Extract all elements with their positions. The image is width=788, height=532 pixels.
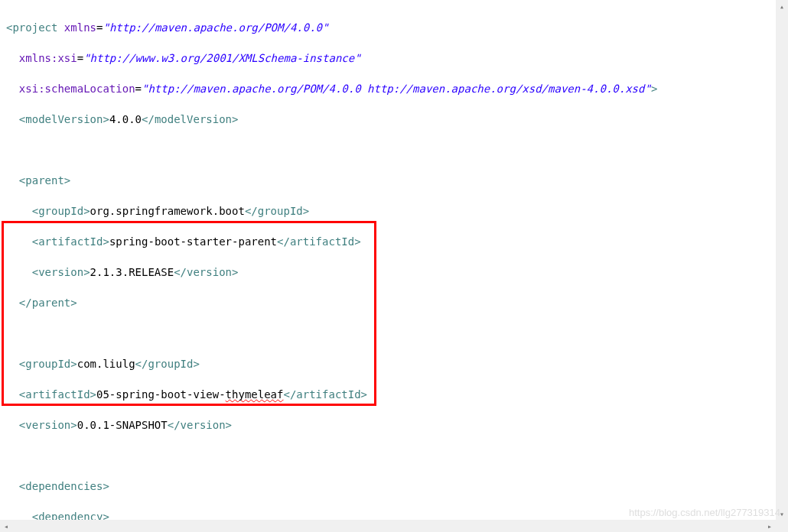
watermark-text: https://blog.csdn.net/llg277319314 bbox=[629, 507, 780, 518]
xml-text: 4.0.0 bbox=[109, 113, 142, 125]
xml-text: spring-boot-starter-parent bbox=[109, 235, 277, 248]
scroll-up-icon[interactable]: ▴ bbox=[776, 0, 788, 12]
horizontal-scrollbar[interactable]: ◂ ▸ bbox=[0, 520, 776, 532]
xml-tag: </parent> bbox=[19, 297, 77, 309]
xml-attr: xmlns:xsi bbox=[19, 52, 77, 64]
xml-attr-value: "http://maven.apache.org/POM/4.0.0" bbox=[103, 21, 328, 34]
xml-text: com.liulg bbox=[77, 358, 135, 370]
xml-tag: <version> bbox=[19, 419, 77, 431]
xml-tag: <groupId> bbox=[19, 358, 77, 370]
spellcheck-word: thymeleaf bbox=[226, 388, 284, 401]
xml-tag: <dependencies> bbox=[19, 480, 109, 492]
xml-attr: xsi:schemaLocation bbox=[19, 83, 135, 95]
scrollbar-corner bbox=[776, 520, 788, 532]
xml-attr-value: "http://maven.apache.org/POM/4.0.0 http:… bbox=[142, 83, 651, 95]
xml-tag: <groupId> bbox=[32, 205, 90, 217]
xml-text: 2.1.3.RELEASE bbox=[90, 266, 174, 278]
xml-tag: <artifactId> bbox=[32, 235, 109, 248]
xml-tag: <parent> bbox=[19, 174, 70, 187]
xml-text: 0.0.1-SNAPSHOT bbox=[77, 419, 168, 431]
xml-tag: <project bbox=[6, 21, 64, 34]
xml-text: 05-spring-boot-view- bbox=[96, 388, 226, 401]
scroll-right-icon[interactable]: ▸ bbox=[764, 520, 776, 532]
xml-content: <project xmlns="http://maven.apache.org/… bbox=[0, 0, 776, 520]
scroll-left-icon[interactable]: ◂ bbox=[0, 520, 12, 532]
xml-tag: <modelVersion> bbox=[19, 113, 109, 125]
xml-tag: <version> bbox=[32, 266, 90, 278]
code-editor[interactable]: <project xmlns="http://maven.apache.org/… bbox=[0, 0, 776, 520]
xml-tag: </modelVersion> bbox=[142, 113, 238, 125]
xml-attr-value: "http://www.w3.org/2001/XMLSchema-instan… bbox=[83, 52, 360, 64]
xml-attr: xmlns bbox=[64, 21, 96, 34]
vertical-scrollbar[interactable]: ▴ ▾ bbox=[776, 0, 788, 520]
xml-tag: <artifactId> bbox=[19, 388, 96, 401]
xml-text: org.springframework.boot bbox=[90, 205, 245, 217]
xml-tag: <dependency> bbox=[32, 511, 109, 520]
